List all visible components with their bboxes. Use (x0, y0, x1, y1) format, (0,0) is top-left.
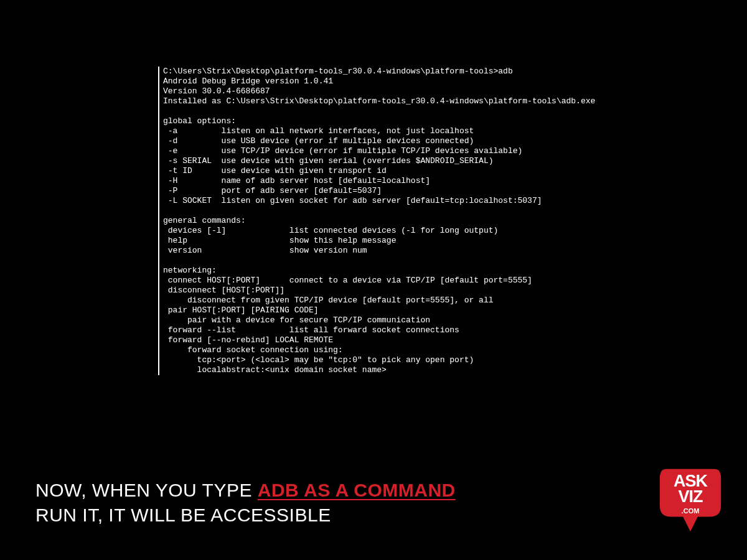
caption-text-2: RUN IT, IT WILL BE ACCESSIBLE (35, 505, 331, 525)
slide-caption: NOW, WHEN YOU TYPE ADB AS A COMMAND RUN … (35, 478, 456, 528)
terminal-output: C:\Users\Strix\Desktop\platform-tools_r3… (163, 67, 595, 375)
caption-highlight: ADB AS A COMMAND (258, 480, 456, 500)
logo-text: ASK VIZ.COM (654, 474, 727, 519)
logo-dotcom: .COM (654, 503, 727, 519)
terminal-panel: C:\Users\Strix\Desktop\platform-tools_r3… (158, 67, 595, 375)
askviz-logo: ASK VIZ.COM (654, 463, 727, 536)
caption-text-1: NOW, WHEN YOU TYPE (35, 480, 258, 500)
